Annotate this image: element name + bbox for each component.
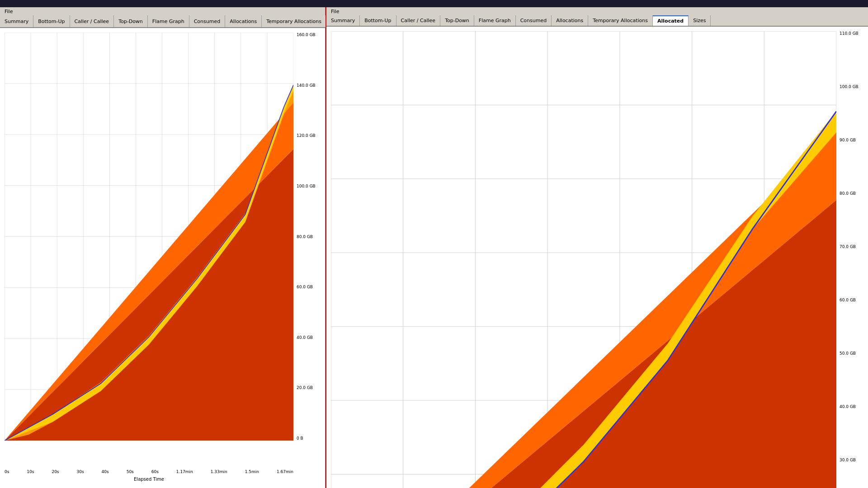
y-tick: 160.0 GB — [297, 33, 324, 37]
tab-consumed-right[interactable]: Consumed — [516, 15, 552, 26]
x-axis-left: 0s10s20s30s40s50s60s1.17min1.33min1.5min… — [0, 468, 325, 488]
menu-file-left[interactable]: File — [2, 8, 15, 15]
y-axis-right: 110.0 GB100.0 GB90.0 GB80.0 GB70.0 GB60.… — [838, 31, 867, 488]
y-tick: 40.0 GB — [297, 335, 324, 340]
tab-bottom-up-right[interactable]: Bottom-Up — [360, 15, 396, 26]
tab-flame-graph-left[interactable]: Flame Graph — [148, 15, 189, 27]
y-tick: 50.0 GB — [840, 351, 867, 356]
y-tick: 100.0 GB — [297, 184, 324, 188]
y-tick: 60.0 GB — [840, 298, 867, 302]
x-tick: 10s — [27, 469, 34, 474]
tab-allocated-right[interactable]: Allocated — [653, 15, 689, 26]
y-tick: 0 B — [297, 436, 324, 441]
tab-summary-right[interactable]: Summary — [326, 15, 360, 26]
y-tick: 110.0 GB — [840, 31, 867, 36]
x-tick: 1.33min — [211, 469, 227, 474]
tab-temporary-allocations-right[interactable]: Temporary Allocations — [588, 15, 653, 26]
tab-consumed-left[interactable]: Consumed — [189, 15, 226, 27]
panels-wrapper: FileSummaryBottom-UpCaller / CalleeTop-D… — [0, 7, 868, 488]
tab-top-down-left[interactable]: Top-Down — [114, 15, 148, 27]
panel-right: FileSummaryBottom-UpCaller / CalleeTop-D… — [326, 7, 868, 488]
chart-svg-wrapper-left: 160.0 GB140.0 GB120.0 GB100.0 GB80.0 GB6… — [5, 33, 293, 441]
tab-flame-graph-right[interactable]: Flame Graph — [474, 15, 516, 26]
tab-allocations-left[interactable]: Allocations — [225, 15, 262, 27]
y-tick: 100.0 GB — [840, 84, 867, 89]
y-tick: 80.0 GB — [840, 191, 867, 196]
y-tick: 40.0 GB — [840, 404, 867, 409]
y-tick: 20.0 GB — [297, 385, 324, 390]
y-tick: 90.0 GB — [840, 138, 867, 142]
tabs-bar-right: SummaryBottom-UpCaller / CalleeTop-DownF… — [326, 15, 868, 27]
tab-top-down-right[interactable]: Top-Down — [440, 15, 474, 26]
tab-caller--callee-right[interactable]: Caller / Callee — [396, 15, 441, 26]
x-tick: 0s — [5, 469, 9, 474]
y-axis-left: 160.0 GB140.0 GB120.0 GB100.0 GB80.0 GB6… — [295, 33, 324, 441]
x-tick: 30s — [77, 469, 84, 474]
y-tick: 80.0 GB — [297, 235, 324, 239]
y-tick: 30.0 GB — [840, 458, 867, 462]
y-tick: 120.0 GB — [297, 133, 324, 138]
y-tick: 70.0 GB — [840, 244, 867, 249]
menu-bar-left: File — [0, 7, 325, 15]
chart-svg-left — [5, 33, 293, 441]
x-tick: 40s — [102, 469, 109, 474]
chart-area-right: 110.0 GB100.0 GB90.0 GB80.0 GB70.0 GB60.… — [326, 27, 868, 488]
x-tick: 1.17min — [176, 469, 193, 474]
x-tick: 60s — [151, 469, 159, 474]
tabs-bar-left: SummaryBottom-UpCaller / CalleeTop-DownF… — [0, 15, 325, 28]
x-tick: 1.5min — [245, 469, 259, 474]
x-tick: 20s — [52, 469, 59, 474]
x-axis-label-left: Elapsed Time — [5, 477, 293, 482]
panel-left: FileSummaryBottom-UpCaller / CalleeTop-D… — [0, 7, 326, 488]
chart-svg-wrapper-right: 110.0 GB100.0 GB90.0 GB80.0 GB70.0 GB60.… — [331, 31, 836, 488]
x-tick: 50s — [127, 469, 134, 474]
tab-sizes-right[interactable]: Sizes — [689, 15, 711, 26]
chart-svg-right — [331, 31, 836, 488]
menu-bar-right: File — [326, 7, 868, 15]
tab-caller--callee-left[interactable]: Caller / Callee — [70, 15, 114, 27]
y-tick: 140.0 GB — [297, 83, 324, 88]
menu-file-right[interactable]: File — [328, 8, 342, 15]
chart-area-left: 160.0 GB140.0 GB120.0 GB100.0 GB80.0 GB6… — [0, 28, 325, 468]
tab-allocations-right[interactable]: Allocations — [552, 15, 588, 26]
tab-summary-left[interactable]: Summary — [0, 15, 33, 27]
tab-bottom-up-left[interactable]: Bottom-Up — [33, 15, 70, 27]
y-tick: 60.0 GB — [297, 285, 324, 289]
title-bar — [0, 0, 868, 7]
x-tick: 1.67min — [277, 469, 293, 474]
tab-temporary-allocations-left[interactable]: Temporary Allocations — [262, 15, 326, 27]
